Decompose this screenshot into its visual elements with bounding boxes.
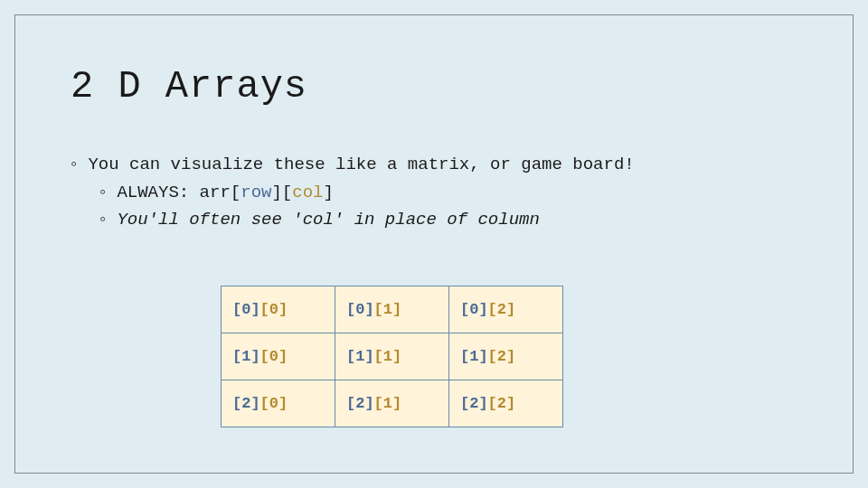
row-index: [2] [232,395,260,412]
row-index: [2] [460,395,488,412]
table-cell: [1][2] [449,333,563,380]
col-index: [1] [374,301,402,318]
table-cell: [0][1] [335,286,449,333]
row-index: [1] [346,348,374,365]
col-index: [2] [488,301,516,318]
slide-title: 2 D Arrays [71,65,307,108]
table-cell: [1][1] [335,333,449,380]
row-index: [0] [346,301,374,318]
row-index: [0] [460,301,488,318]
col-index: [1] [374,348,402,365]
table-cell: [2][2] [449,380,563,427]
text-fragment: ALWAYS: arr[ [117,183,241,202]
slide-content: ◦ You can visualize these like a matrix,… [69,152,814,235]
row-index: [2] [346,395,374,412]
row-index: [1] [232,348,260,365]
bullet-text: ALWAYS: arr[row][col] [117,180,333,206]
text-fragment: ][ [271,183,292,202]
bullet-mark-icon: ◦ [98,180,108,206]
bullet-level2: ◦ ALWAYS: arr[row][col] [98,180,814,206]
col-index: [0] [260,348,288,365]
array-table-wrap: [0][0] [0][1] [0][2] [1][0] [1][1] [1][2… [221,286,563,427]
array-index-table: [0][0] [0][1] [0][2] [1][0] [1][1] [1][2… [221,286,563,427]
col-keyword: col [292,183,323,202]
table-row: [2][0] [2][1] [2][2] [222,380,563,427]
bullet-text: You'll often see 'col' in place of colum… [117,207,539,233]
col-index: [0] [260,301,288,318]
col-index: [2] [488,348,516,365]
table-cell: [1][0] [222,333,335,380]
table-row: [1][0] [1][1] [1][2] [222,333,563,380]
row-index: [0] [232,301,260,318]
table-cell: [2][1] [335,380,449,427]
bullet-mark-icon: ◦ [69,152,79,178]
text-fragment: ] [323,183,333,202]
table-cell: [2][0] [222,380,335,427]
bullet-mark-icon: ◦ [98,207,108,233]
table-cell: [0][2] [449,286,563,333]
table-row: [0][0] [0][1] [0][2] [222,286,563,333]
row-index: [1] [460,348,488,365]
bullet-level1: ◦ You can visualize these like a matrix,… [69,152,814,178]
table-cell: [0][0] [222,286,335,333]
bullet-level2: ◦ You'll often see 'col' in place of col… [98,207,814,233]
col-index: [1] [374,395,402,412]
row-keyword: row [241,183,271,202]
col-index: [0] [260,395,288,412]
col-index: [2] [488,395,516,412]
bullet-text: You can visualize these like a matrix, o… [88,152,634,178]
